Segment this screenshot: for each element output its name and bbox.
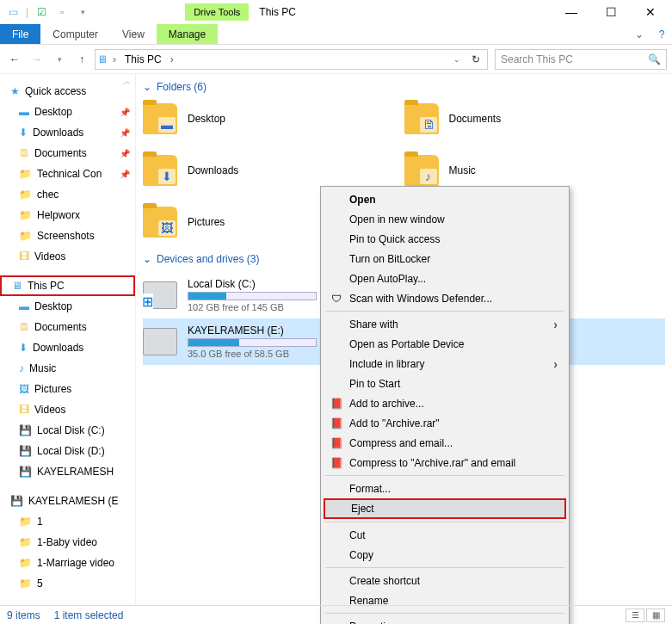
sidebar-item-marriage[interactable]: 📁1-Marriage video <box>0 553 135 573</box>
drive-free-text: 35.0 GB free of 58.5 GB <box>188 349 317 359</box>
close-button[interactable]: ✕ <box>631 0 670 24</box>
drive-free-text: 102 GB free of 145 GB <box>188 302 317 312</box>
breadcrumb-root[interactable]: This PC <box>121 53 165 65</box>
folder-icon: 📁 <box>19 188 32 201</box>
sidebar-item-1[interactable]: 📁1 <box>0 511 135 532</box>
quick-access-toolbar: ▭ | ☑ ▫ ▾ <box>2 4 90 20</box>
address-bar[interactable]: 🖥 › This PC › ⌄ ↻ <box>95 49 488 70</box>
cm-share-with[interactable]: Share with <box>324 314 566 334</box>
help-icon[interactable]: ? <box>651 24 672 44</box>
scroll-up-icon[interactable]: ︿ <box>123 76 132 88</box>
sidebar-item-technical[interactable]: 📁Technical Con📌 <box>0 164 135 184</box>
view-large-button[interactable]: ▦ <box>646 609 665 622</box>
cm-defender[interactable]: 🛡Scan with Windows Defender... <box>324 288 566 308</box>
folder-icon: 📁 <box>19 516 32 528</box>
folder-icon: 📁 <box>19 536 32 548</box>
cm-add-archive[interactable]: 📕Add to archive... <box>324 393 566 413</box>
cm-eject[interactable]: Eject <box>324 498 566 519</box>
pin-icon: 📌 <box>120 128 130 138</box>
maximize-button[interactable]: ☐ <box>591 0 631 24</box>
sidebar-item-desktop[interactable]: ▬Desktop📌 <box>0 102 135 122</box>
sidebar-item-screenshots[interactable]: 📁Screenshots <box>0 226 135 246</box>
recent-dropdown-icon[interactable]: ▾ <box>50 50 69 69</box>
sidebar-item-downloads[interactable]: ⬇Downloads📌 <box>0 122 135 143</box>
sidebar-item-desktop2[interactable]: ▬Desktop <box>0 296 135 317</box>
cm-open-new-window[interactable]: Open in new window <box>324 209 566 229</box>
cm-compress-rar-email[interactable]: 📕Compress to "Archive.rar" and email <box>324 453 566 473</box>
title-bar: ▭ | ☑ ▫ ▾ Drive Tools This PC — ☐ ✕ <box>0 0 672 24</box>
view-tab[interactable]: View <box>110 24 157 44</box>
sidebar-item-music[interactable]: ♪Music <box>0 358 135 379</box>
qat-dropdown-icon[interactable]: ▾ <box>75 4 90 20</box>
cm-portable-device[interactable]: Open as Portable Device <box>324 334 566 354</box>
sidebar-item-documents2[interactable]: 🖺Documents <box>0 317 135 337</box>
sidebar-item-chec[interactable]: 📁chec <box>0 184 135 205</box>
address-dropdown-icon[interactable]: ⌄ <box>447 50 466 69</box>
folder-downloads[interactable]: ⬇Downloads <box>143 151 404 189</box>
sidebar-item-downloads2[interactable]: ⬇Downloads <box>0 337 135 358</box>
sidebar-item-kayel[interactable]: 💾KAYELRAMESH <box>0 461 135 482</box>
shield-icon: 🛡 <box>329 293 344 305</box>
folder-icon: 📁 <box>19 557 32 569</box>
desktop-icon: ▬ <box>158 117 176 133</box>
cm-bitlocker[interactable]: Turn on BitLocker <box>324 249 566 269</box>
desktop-icon: ▬ <box>19 300 29 312</box>
sidebar-item-documents[interactable]: 🖺Documents📌 <box>0 143 135 164</box>
drive-icon: 💾 <box>19 445 32 457</box>
view-details-button[interactable]: ☰ <box>626 609 644 622</box>
status-item-count: 9 items <box>7 609 40 621</box>
drive-name: KAYELRAMESH (E:) <box>188 324 317 337</box>
cm-include-library[interactable]: Include in library <box>324 354 566 374</box>
drive-icon <box>143 328 177 355</box>
folder-icon: 📁 <box>19 578 32 590</box>
chevron-right-icon[interactable]: › <box>111 53 118 65</box>
chevron-right-icon[interactable]: › <box>169 53 176 65</box>
cm-open[interactable]: Open <box>324 189 566 209</box>
folder-icon: 📁 <box>19 209 32 221</box>
sidebar-item-local-c[interactable]: 💾Local Disk (C:) <box>0 420 135 441</box>
picture-icon: 🖼 <box>158 220 176 236</box>
cm-create-shortcut[interactable]: Create shortcut <box>324 571 566 590</box>
folder-music[interactable]: ♪Music <box>404 151 666 189</box>
back-button[interactable]: ← <box>5 50 24 69</box>
sidebar-this-pc[interactable]: 🖥This PC <box>0 275 135 296</box>
cm-format[interactable]: Format... <box>324 479 566 498</box>
up-button[interactable]: ↑ <box>72 50 91 69</box>
sidebar-item-videos[interactable]: 🎞Videos <box>0 246 135 267</box>
folder-icon: 🖺 <box>19 321 29 333</box>
sidebar-kayel-group[interactable]: 💾KAYELRAMESH (E <box>0 491 135 511</box>
cm-pin-quick-access[interactable]: Pin to Quick access <box>324 229 566 249</box>
file-tab[interactable]: File <box>0 24 40 44</box>
folder-icon: 📁 <box>19 230 32 242</box>
sidebar-item-baby[interactable]: 📁1-Baby video <box>0 532 135 553</box>
cm-pin-start[interactable]: Pin to Start <box>324 374 566 393</box>
computer-tab[interactable]: Computer <box>40 24 110 44</box>
drive-icon: 💾 <box>10 495 23 507</box>
refresh-icon[interactable]: ↻ <box>466 50 485 69</box>
folder-documents[interactable]: 🖺Documents <box>404 100 666 138</box>
sidebar-item-videos2[interactable]: 🎞Videos <box>0 399 135 420</box>
section-folders[interactable]: ⌄Folders (6) <box>143 81 665 93</box>
cm-add-rar[interactable]: 📕Add to "Archive.rar" <box>324 413 566 433</box>
forward-button[interactable]: → <box>28 50 46 69</box>
pc-icon: 🖥 <box>12 280 22 292</box>
folder-desktop[interactable]: ▬Desktop <box>143 100 404 138</box>
cm-autoplay[interactable]: Open AutoPlay... <box>324 269 566 288</box>
navigation-bar: ← → ▾ ↑ 🖥 › This PC › ⌄ ↻ Search This PC… <box>0 45 672 74</box>
sidebar-item-pictures[interactable]: 🖼Pictures <box>0 379 135 399</box>
archive-icon: 📕 <box>329 437 344 449</box>
sidebar-quick-access[interactable]: ★Quick access <box>0 81 135 102</box>
search-icon: 🔍 <box>648 53 661 65</box>
sidebar-item-local-d[interactable]: 💾Local Disk (D:) <box>0 441 135 461</box>
qat-new-icon[interactable]: ▫ <box>54 4 70 20</box>
manage-tab[interactable]: Manage <box>157 24 218 44</box>
qat-properties-icon[interactable]: ☑ <box>34 4 49 20</box>
sidebar-item-5[interactable]: 📁5 <box>0 573 135 594</box>
minimize-button[interactable]: — <box>552 0 591 24</box>
cm-compress-email[interactable]: 📕Compress and email... <box>324 433 566 453</box>
search-input[interactable]: Search This PC 🔍 <box>495 49 667 70</box>
sidebar-item-helpworx[interactable]: 📁Helpworx <box>0 205 135 226</box>
ribbon-collapse-icon[interactable]: ⌄ <box>632 24 646 44</box>
cm-copy[interactable]: Copy <box>324 545 566 565</box>
cm-cut[interactable]: Cut <box>324 525 566 545</box>
